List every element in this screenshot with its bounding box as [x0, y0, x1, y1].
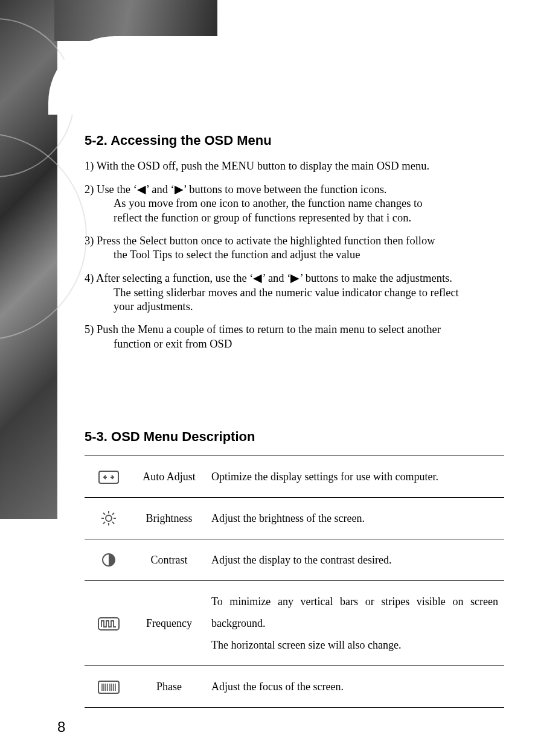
right-quote: ’ [184, 183, 187, 195]
page-tab-curve [48, 36, 229, 115]
step-5-text-a: 5) Push the Menu a couple of times to re… [85, 323, 441, 335]
osd-name: Brightness [133, 498, 205, 539]
page-content: 5-2. Accessing the OSD Menu 1) With the … [85, 133, 507, 708]
step-1: 1) With the OSD off, push the MENU butto… [85, 159, 507, 174]
step-3-text-b: the Tool Tips to select the function and… [99, 248, 507, 262]
osd-name: Contrast [133, 539, 205, 581]
section-5-2-heading: 5-2. Accessing the OSD Menu [85, 133, 507, 148]
brightness-icon [101, 510, 117, 526]
osd-menu-table: Auto Adjust Optimize the display setting… [85, 456, 504, 708]
svg-rect-0 [99, 471, 118, 483]
table-row: Brightness Adjust the brightness of the … [85, 498, 504, 539]
step-3: 3) Press the Select button once to activ… [85, 234, 507, 262]
right-quote: ’ [300, 272, 303, 284]
osd-name: Auto Adjust [133, 456, 205, 498]
step-3-text-a: 3) Press the Select button once to activ… [85, 235, 435, 247]
step-4: 4) After selecting a function, use the ‘… [85, 271, 507, 314]
svg-line-6 [103, 513, 105, 515]
svg-rect-12 [98, 681, 119, 693]
svg-line-8 [103, 522, 105, 524]
right-arrow-icon: ▶ [290, 272, 300, 284]
step-2-line3: reflect the function or group of functio… [99, 211, 507, 226]
osd-name: Frequency [133, 581, 205, 666]
phase-icon [98, 681, 120, 694]
step-2-text-a: 2) Use the [85, 183, 130, 195]
step-5-text-b: function or exit from OSD [99, 337, 507, 352]
right-quote: ’ [262, 272, 265, 284]
step-4-text-c: buttons to make the adjustments. [306, 272, 452, 284]
left-arrow-icon: ◀ [253, 272, 262, 284]
svg-point-1 [106, 515, 112, 521]
osd-desc: Adjust the display to the contrast desir… [205, 539, 504, 581]
section-5-3-heading: 5-3. OSD Menu Description [85, 429, 507, 445]
step-4-line2: The setting sliderbar moves and the nume… [99, 286, 507, 300]
step-2: 2) Use the ‘◀’ and ‘▶’ buttons to move b… [85, 182, 507, 226]
auto-adjust-icon [98, 471, 119, 484]
frequency-icon [98, 617, 120, 631]
svg-line-9 [112, 513, 114, 515]
contrast-icon [101, 553, 116, 567]
table-row: Phase Adjust the focus of the screen. [85, 666, 504, 708]
table-row: Auto Adjust Optimize the display setting… [85, 456, 504, 498]
osd-name: Phase [133, 666, 205, 708]
svg-line-7 [112, 522, 114, 524]
decorative-sidebar-art [0, 0, 57, 519]
right-quote: ’ [146, 183, 149, 195]
step-4-text-b: and [268, 272, 284, 284]
step-4-text-a: 4) After selecting a function, use the [85, 272, 247, 284]
step-2-line2: As you move from one icon to another, th… [99, 197, 507, 211]
step-5: 5) Push the Menu a couple of times to re… [85, 323, 507, 351]
page-number: 8 [57, 719, 65, 735]
step-2-text-b: and [152, 183, 168, 195]
osd-desc: To minimize any vertical bars or stripes… [205, 581, 504, 666]
step-2-text-c: buttons to move between the function ico… [189, 183, 386, 195]
table-row: Frequency To minimize any vertical bars … [85, 581, 504, 666]
right-arrow-icon: ▶ [175, 183, 184, 195]
osd-desc: Adjust the focus of the screen. [205, 666, 504, 708]
osd-desc: Optimize the display settings for use wi… [205, 456, 504, 498]
step-4-line3: your adjustments. [99, 300, 507, 314]
decorative-top-art [54, 0, 217, 41]
table-row: Contrast Adjust the display to the contr… [85, 539, 504, 581]
left-arrow-icon: ◀ [137, 183, 146, 195]
osd-desc: Adjust the brightness of the screen. [205, 498, 504, 539]
